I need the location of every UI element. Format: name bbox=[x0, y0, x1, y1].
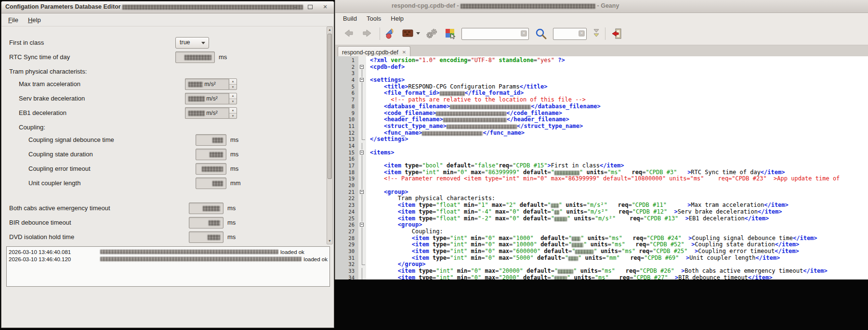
fold-margin[interactable] bbox=[358, 228, 366, 235]
spinbox[interactable]: m/s²▲▼ bbox=[185, 78, 237, 90]
spin-up-icon[interactable]: ▲ bbox=[229, 108, 237, 114]
spin-down-icon[interactable]: ▼ bbox=[229, 85, 237, 90]
fold-collapse-icon[interactable] bbox=[360, 190, 364, 194]
menu-tools[interactable]: Tools bbox=[362, 14, 386, 23]
value-entry[interactable] bbox=[189, 203, 224, 214]
spin-down-icon[interactable]: ▼ bbox=[229, 99, 237, 104]
menu-help[interactable]: Help bbox=[386, 14, 408, 23]
fold-margin[interactable] bbox=[358, 150, 366, 156]
maximize-button[interactable] bbox=[305, 3, 315, 11]
spinbox[interactable]: m/s²▲▼ bbox=[185, 107, 237, 119]
code-text: <group> bbox=[366, 222, 422, 228]
fold-margin[interactable] bbox=[358, 64, 366, 71]
fold-collapse-icon[interactable] bbox=[360, 78, 364, 82]
fold-margin[interactable] bbox=[358, 143, 366, 150]
color-chooser-button[interactable] bbox=[444, 27, 457, 40]
fold-margin[interactable] bbox=[358, 97, 366, 103]
spin-up-icon[interactable]: ▲ bbox=[229, 93, 237, 99]
search-button[interactable] bbox=[535, 27, 547, 40]
menu-file[interactable]: File bbox=[3, 15, 23, 25]
fold-margin[interactable] bbox=[358, 90, 366, 97]
fold-margin[interactable] bbox=[358, 123, 366, 130]
spinbox[interactable]: m/s²▲▼ bbox=[185, 93, 237, 104]
fold-margin[interactable] bbox=[358, 195, 366, 202]
fold-margin[interactable] bbox=[358, 235, 366, 242]
fold-margin[interactable] bbox=[358, 57, 366, 64]
fold-line bbox=[362, 261, 362, 265]
fold-margin[interactable] bbox=[358, 182, 366, 189]
line-number: 5 bbox=[335, 84, 358, 90]
geany-title: respond-cpg.cpdb-def - - Geany bbox=[392, 2, 619, 9]
value-entry[interactable] bbox=[175, 51, 215, 63]
fold-margin[interactable] bbox=[358, 103, 366, 110]
forward-button[interactable] bbox=[360, 27, 373, 39]
fold-collapse-icon[interactable] bbox=[360, 65, 364, 69]
spin-down-icon[interactable]: ▼ bbox=[229, 114, 237, 119]
clear-icon[interactable]: ✕ bbox=[521, 30, 527, 37]
scrollbar-thumb[interactable] bbox=[328, 34, 332, 179]
fold-collapse-icon[interactable] bbox=[360, 151, 364, 154]
fold-margin[interactable] bbox=[358, 136, 366, 143]
fold-margin[interactable] bbox=[358, 216, 366, 222]
scroll-up-icon[interactable]: ▲ bbox=[327, 27, 332, 33]
fold-margin[interactable] bbox=[358, 275, 366, 279]
value-entry[interactable] bbox=[196, 163, 226, 175]
fold-margin[interactable] bbox=[358, 268, 366, 275]
tab-close-icon[interactable]: ✕ bbox=[402, 50, 406, 55]
spin-buttons[interactable]: ▲▼ bbox=[229, 107, 237, 119]
form-scrollbar[interactable]: ▲ ▼ bbox=[327, 26, 333, 244]
fold-margin[interactable] bbox=[358, 77, 366, 84]
fold-margin[interactable] bbox=[358, 248, 366, 255]
build-dropdown-icon[interactable] bbox=[415, 27, 421, 39]
fold-margin[interactable] bbox=[358, 255, 366, 262]
fold-margin[interactable] bbox=[358, 222, 366, 228]
spin-up-icon[interactable]: ▲ bbox=[229, 79, 237, 85]
redacted-value bbox=[212, 138, 223, 143]
value-entry[interactable] bbox=[196, 178, 226, 189]
minimize-button[interactable]: – bbox=[290, 3, 300, 11]
search-input[interactable]: ✕ bbox=[461, 28, 529, 40]
fold-collapse-icon[interactable] bbox=[360, 223, 364, 227]
fold-margin[interactable] bbox=[358, 176, 366, 182]
code-line: 7 <!-- paths are relative to the locatio… bbox=[335, 97, 868, 103]
value-entry[interactable] bbox=[196, 149, 226, 160]
value-entry[interactable] bbox=[196, 134, 226, 146]
value-entry[interactable] bbox=[189, 231, 224, 243]
fold-margin[interactable] bbox=[358, 130, 366, 137]
line-number: 31 bbox=[335, 255, 358, 262]
code-text: <items> bbox=[366, 150, 395, 156]
fold-margin[interactable] bbox=[358, 116, 366, 123]
quit-button[interactable] bbox=[611, 27, 623, 40]
cpdb-editor-titlebar[interactable]: Configation Parameters Database Editor –… bbox=[1, 1, 334, 13]
compile-button[interactable] bbox=[383, 27, 396, 40]
code-editor[interactable]: 1<?xml version="1.0" encoding="UTF-8" st… bbox=[335, 56, 868, 279]
execute-gears-button[interactable] bbox=[425, 27, 438, 40]
build-button[interactable] bbox=[402, 27, 414, 39]
combo-select[interactable]: true bbox=[175, 37, 209, 49]
clear-icon[interactable]: ✕ bbox=[579, 30, 585, 37]
goto-line-button[interactable] bbox=[592, 27, 601, 40]
menu-help[interactable]: Help bbox=[23, 15, 46, 25]
fold-margin[interactable] bbox=[358, 84, 366, 90]
fold-margin[interactable] bbox=[358, 202, 366, 209]
fold-margin[interactable] bbox=[358, 241, 366, 248]
menu-build[interactable]: Build bbox=[338, 14, 362, 23]
scroll-down-icon[interactable]: ▼ bbox=[327, 238, 332, 244]
geany-titlebar[interactable]: respond-cpg.cpdb-def - - Geany bbox=[335, 0, 868, 13]
fold-margin[interactable] bbox=[358, 189, 366, 196]
close-button[interactable]: ✕ bbox=[320, 3, 330, 11]
back-button[interactable] bbox=[343, 27, 355, 39]
fold-line bbox=[362, 90, 362, 97]
fold-margin[interactable] bbox=[358, 169, 366, 176]
fold-margin[interactable] bbox=[358, 70, 366, 77]
goto-line-input[interactable]: ✕ bbox=[553, 28, 587, 40]
fold-margin[interactable] bbox=[358, 261, 366, 268]
fold-line bbox=[362, 209, 362, 216]
fold-margin[interactable] bbox=[358, 163, 366, 169]
fold-margin[interactable] bbox=[358, 110, 366, 117]
fold-margin[interactable] bbox=[358, 209, 366, 216]
spin-buttons[interactable]: ▲▼ bbox=[229, 78, 237, 90]
value-entry[interactable] bbox=[189, 217, 224, 228]
fold-margin[interactable] bbox=[358, 156, 366, 163]
spin-buttons[interactable]: ▲▼ bbox=[229, 93, 237, 104]
